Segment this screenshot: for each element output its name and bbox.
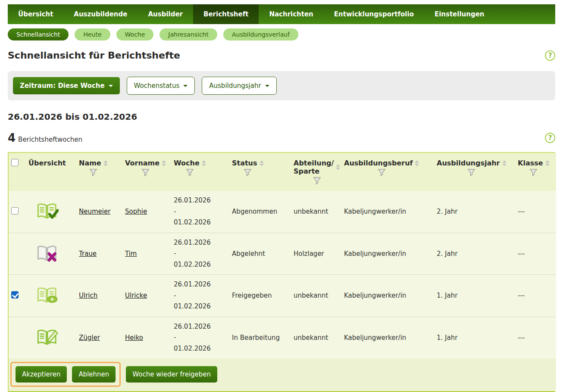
table-row: Traue Tim 26.01.2026 - 01.02.2026 Abgele… bbox=[9, 233, 556, 275]
help-icon[interactable]: ? bbox=[545, 50, 555, 61]
nav-item-berichtsheft[interactable]: Berichtsheft bbox=[193, 4, 259, 24]
abteilung-cell: unbekannt bbox=[291, 317, 341, 358]
woche-wieder-freigeben-button[interactable]: Woche wieder freigeben bbox=[126, 366, 217, 383]
row-checkbox[interactable] bbox=[11, 207, 19, 215]
beruf-cell: Kabeljungwerker/in bbox=[341, 275, 434, 317]
column-header-status[interactable]: Status bbox=[232, 159, 257, 167]
vorname-link[interactable]: Heiko bbox=[125, 334, 143, 342]
wochenstatus-dropdown-label: Wochenstatus bbox=[134, 82, 180, 90]
ausbildungsjahr-dropdown[interactable]: Ausbildungsjahr bbox=[202, 77, 276, 95]
book-check-icon[interactable] bbox=[36, 202, 59, 221]
week-count-number: 4 bbox=[8, 131, 16, 144]
jahr-cell: 1. Jahr bbox=[434, 317, 515, 358]
column-header-vorname[interactable]: Vorname bbox=[125, 159, 160, 167]
klasse-cell: --- bbox=[515, 275, 556, 317]
table-actions: Akzeptieren Ablehnen Woche wieder freige… bbox=[10, 362, 553, 387]
status-cell: Freigegeben bbox=[229, 275, 291, 317]
column-header-klasse[interactable]: Klasse bbox=[518, 159, 543, 167]
filter-bar: Zeitraum: Diese Woche Wochenstatus Ausbi… bbox=[8, 71, 555, 100]
column-header-ausbildungsberuf[interactable]: Ausbildungsberuf bbox=[344, 159, 413, 167]
filter-funnel-icon[interactable] bbox=[244, 168, 252, 177]
berichtsheft-table: Übersicht Name Vorname Woche Status bbox=[8, 152, 555, 392]
sort-icon[interactable] bbox=[336, 164, 340, 170]
subnav-jahresansicht[interactable]: Jahresansicht bbox=[160, 28, 217, 40]
column-header-woche[interactable]: Woche bbox=[174, 159, 200, 167]
column-header-abteilung-sparte[interactable]: Abteilung/ Sparte bbox=[294, 159, 334, 175]
filter-funnel-icon[interactable] bbox=[378, 168, 386, 177]
wochenstatus-dropdown[interactable]: Wochenstatus bbox=[127, 77, 195, 95]
column-header-uebersicht: Übersicht bbox=[28, 159, 66, 167]
name-link[interactable]: Traue bbox=[79, 250, 97, 258]
subnav-schnellansicht[interactable]: Schnellansicht bbox=[8, 28, 69, 40]
vorname-link[interactable]: Ulricke bbox=[125, 292, 147, 299]
klasse-cell: --- bbox=[515, 191, 556, 233]
beruf-cell: Kabeljungwerker/in bbox=[341, 191, 434, 233]
table-row: Ulrich Ulricke 26.01.2026 - 01.02.2026 F… bbox=[9, 275, 556, 317]
woche-cell: 26.01.2026 - 01.02.2026 bbox=[171, 191, 229, 233]
jahr-cell: 2. Jahr bbox=[434, 233, 515, 275]
sort-icon[interactable] bbox=[162, 160, 166, 166]
jahr-cell: 1. Jahr bbox=[434, 275, 515, 317]
table-header-row: Übersicht Name Vorname Woche Status bbox=[9, 153, 556, 191]
filter-funnel-icon[interactable] bbox=[313, 177, 321, 185]
filter-funnel-icon[interactable] bbox=[141, 168, 150, 177]
table-row: Zügler Heiko 26.01.2026 - 01.02.2026 In … bbox=[9, 317, 556, 358]
sort-icon[interactable] bbox=[103, 160, 108, 166]
sort-icon[interactable] bbox=[260, 160, 264, 166]
akzeptieren-button[interactable]: Akzeptieren bbox=[16, 366, 67, 383]
filter-funnel-icon[interactable] bbox=[89, 168, 97, 177]
abteilung-cell: unbekannt bbox=[291, 191, 341, 233]
status-cell: Abgenommen bbox=[229, 191, 291, 233]
ablehnen-button[interactable]: Ablehnen bbox=[72, 366, 116, 383]
date-range-heading: 26.01.2026 bis 01.02.2026 bbox=[8, 112, 555, 122]
main-navigation: Übersicht Auszubildende Ausbilder Berich… bbox=[8, 4, 555, 24]
caret-down-icon bbox=[265, 85, 269, 87]
caret-down-icon bbox=[183, 85, 188, 87]
vorname-link[interactable]: Sophie bbox=[125, 208, 147, 215]
filter-funnel-icon[interactable] bbox=[529, 168, 538, 177]
zeitraum-dropdown-label: Zeitraum: Diese Woche bbox=[20, 82, 105, 90]
sort-icon[interactable] bbox=[415, 160, 419, 166]
woche-cell: 26.01.2026 - 01.02.2026 bbox=[171, 317, 229, 358]
nav-item-nachrichten[interactable]: Nachrichten bbox=[259, 4, 323, 24]
select-all-checkbox[interactable] bbox=[11, 159, 19, 166]
nav-item-auszubildende[interactable]: Auszubildende bbox=[63, 4, 138, 24]
klasse-cell: --- bbox=[515, 233, 556, 275]
row-checkbox[interactable] bbox=[11, 291, 19, 299]
zeitraum-dropdown[interactable]: Zeitraum: Diese Woche bbox=[13, 77, 120, 94]
sort-icon[interactable] bbox=[502, 160, 507, 166]
woche-cell: 26.01.2026 - 01.02.2026 bbox=[171, 233, 229, 275]
caret-down-icon bbox=[109, 85, 113, 87]
subnav-heute[interactable]: Heute bbox=[75, 28, 110, 40]
nav-item-entwicklungsportfolio[interactable]: Entwicklungsportfolio bbox=[324, 4, 424, 24]
sort-icon[interactable] bbox=[202, 160, 206, 166]
status-cell: In Bearbeitung bbox=[229, 317, 291, 358]
subnav-woche[interactable]: Woche bbox=[116, 28, 154, 40]
vorname-link[interactable]: Tim bbox=[125, 250, 137, 258]
jahr-cell: 2. Jahr bbox=[434, 191, 515, 233]
page-title: Schnellansicht für Berichtshefte bbox=[8, 50, 180, 61]
name-link[interactable]: Ulrich bbox=[79, 292, 97, 299]
name-link[interactable]: Zügler bbox=[79, 334, 100, 342]
book-cross-icon[interactable] bbox=[36, 244, 59, 263]
book-eye-icon[interactable] bbox=[36, 286, 59, 305]
sort-icon[interactable] bbox=[545, 160, 550, 166]
filter-funnel-icon[interactable] bbox=[467, 168, 475, 177]
help-icon[interactable]: ? bbox=[545, 133, 555, 143]
filter-funnel-icon[interactable] bbox=[186, 168, 194, 177]
beruf-cell: Kabeljungwerker/in bbox=[341, 317, 434, 358]
column-header-name[interactable]: Name bbox=[79, 159, 101, 167]
woche-cell: 26.01.2026 - 01.02.2026 bbox=[171, 275, 229, 317]
abteilung-cell: unbekannt bbox=[291, 275, 341, 317]
sub-navigation: Schnellansicht Heute Woche Jahresansicht… bbox=[8, 28, 555, 40]
nav-item-ausbilder[interactable]: Ausbilder bbox=[138, 4, 193, 24]
subnav-ausbildungsverlauf[interactable]: Ausbildungsverlauf bbox=[223, 28, 298, 40]
nav-item-einstellungen[interactable]: Einstellungen bbox=[424, 4, 495, 24]
status-cell: Abgelehnt bbox=[229, 233, 291, 275]
name-link[interactable]: Neumeier bbox=[79, 208, 110, 215]
book-edit-icon[interactable] bbox=[36, 328, 59, 347]
table-row: Neumeier Sophie 26.01.2026 - 01.02.2026 … bbox=[9, 191, 556, 233]
klasse-cell: --- bbox=[515, 317, 556, 358]
nav-item-uebersicht[interactable]: Übersicht bbox=[8, 4, 63, 24]
column-header-ausbildungsjahr[interactable]: Ausbildungsjahr bbox=[437, 159, 500, 167]
